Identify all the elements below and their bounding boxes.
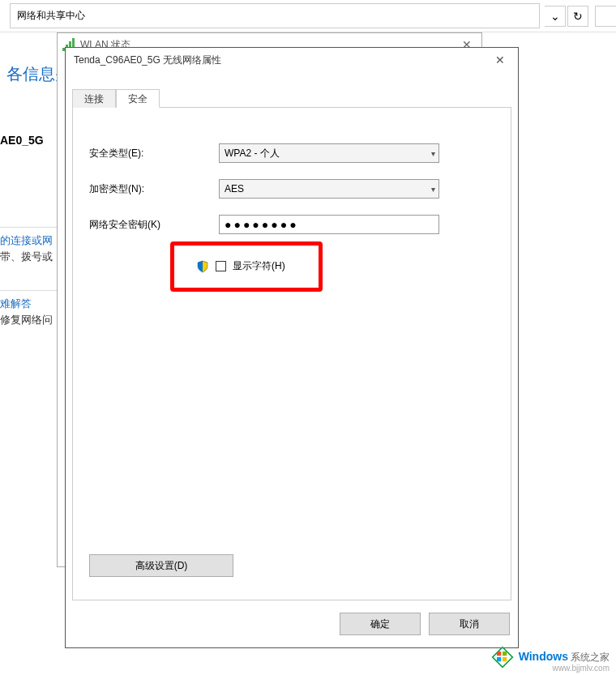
label-show-characters: 显示字符(H) [233, 259, 285, 273]
side-link-new-connection[interactable]: 的连接或网 [0, 233, 53, 248]
combo-encryption-type-value: AES [225, 183, 244, 194]
close-icon: ✕ [495, 53, 505, 66]
breadcrumb-dropdown[interactable]: ⌄ [545, 6, 566, 27]
cancel-button[interactable]: 取消 [429, 613, 510, 635]
cancel-label: 取消 [460, 617, 479, 631]
watermark-brand: Windows [519, 650, 568, 663]
svg-rect-4 [503, 657, 507, 661]
breadcrumb[interactable]: 网络和共享中心 [10, 3, 540, 28]
ok-button[interactable]: 确定 [340, 613, 421, 635]
refresh-button[interactable]: ↻ [567, 6, 588, 27]
ok-label: 确定 [370, 617, 390, 631]
watermark: Windows 系统之家 www.bjjmlv.com [491, 646, 610, 669]
properties-titlebar: Tenda_C96AE0_5G 无线网络属性 ✕ [66, 48, 518, 72]
row-encryption-type: 加密类型(N): AES ▾ [89, 179, 494, 199]
chevron-down-icon: ▾ [431, 185, 435, 194]
properties-title: Tenda_C96AE0_5G 无线网络属性 [74, 53, 221, 67]
ssid-fragment: AE0_5G [0, 134, 44, 147]
svg-rect-2 [503, 652, 507, 656]
search-box-fragment[interactable] [595, 6, 616, 27]
refresh-icon: ↻ [573, 10, 583, 23]
dialog-button-row: 确定 取消 [66, 600, 518, 647]
advanced-settings-button[interactable]: 高级设置(D) [89, 554, 233, 577]
side-text-repair: 修复网络问 [0, 313, 53, 327]
chevron-down-icon: ▾ [431, 149, 435, 158]
watermark-url: www.bjjmlv.com [553, 664, 610, 673]
tab-security[interactable]: 安全 [116, 89, 160, 108]
svg-rect-3 [497, 657, 501, 661]
input-network-key[interactable]: ●●●●●●●● [219, 215, 439, 234]
windows-logo-icon [491, 646, 514, 669]
combo-security-type-value: WPA2 - 个人 [225, 147, 280, 160]
combo-security-type[interactable]: WPA2 - 个人 ▾ [219, 143, 439, 163]
explorer-topbar: 网络和共享中心 ⌄ ↻ [0, 0, 616, 32]
row-security-type: 安全类型(E): WPA2 - 个人 ▾ [89, 143, 494, 163]
input-network-key-value: ●●●●●●●● [225, 218, 299, 231]
tab-connection[interactable]: 连接 [72, 89, 116, 108]
uac-shield-icon [196, 260, 209, 273]
properties-close-button[interactable]: ✕ [490, 52, 510, 68]
combo-encryption-type[interactable]: AES ▾ [219, 179, 439, 199]
tab-strip: 连接 安全 [72, 88, 511, 108]
side-link-troubleshoot[interactable]: 难解答 [0, 297, 32, 311]
row-network-key: 网络安全密钥(K) ●●●●●●●● [89, 215, 494, 234]
label-encryption-type: 加密类型(N): [89, 182, 219, 196]
label-security-type: 安全类型(E): [89, 147, 219, 160]
label-network-key: 网络安全密钥(K) [89, 218, 219, 232]
tab-content-security: 安全类型(E): WPA2 - 个人 ▾ 加密类型(N): AES ▾ 网络安全… [72, 108, 511, 600]
wireless-properties-dialog: Tenda_C96AE0_5G 无线网络属性 ✕ 连接 安全 安全类型(E): … [65, 47, 519, 648]
checkbox-show-characters[interactable] [216, 261, 226, 271]
advanced-settings-label: 高级设置(D) [135, 559, 188, 573]
svg-rect-1 [497, 652, 501, 656]
watermark-sub: 系统之家 [571, 652, 610, 663]
side-text-broadband: 带、拨号或 [0, 250, 53, 264]
show-characters-row: 显示字符(H) [191, 257, 290, 276]
